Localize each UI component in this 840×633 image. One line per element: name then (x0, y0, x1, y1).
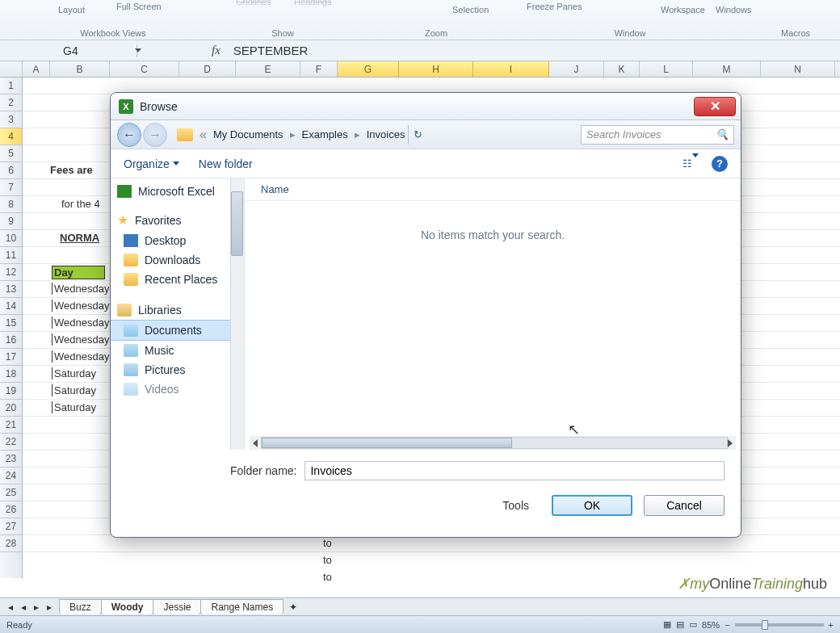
row-header-18[interactable]: 18 (0, 366, 22, 383)
refresh-icon[interactable]: ↻ (408, 125, 427, 145)
col-header-N[interactable]: N (761, 61, 835, 77)
col-header-I[interactable]: I (473, 61, 549, 77)
back-button[interactable]: ← (117, 123, 141, 147)
view-break-icon[interactable]: ▭ (689, 619, 697, 630)
fx-icon[interactable]: fx (212, 44, 220, 57)
sidebar-scrollbar[interactable] (230, 178, 244, 450)
row-header-7[interactable]: 7 (0, 179, 22, 196)
h-scrollbar[interactable] (250, 436, 736, 450)
col-header-H[interactable]: H (399, 61, 473, 77)
cancel-button[interactable]: Cancel (644, 495, 724, 516)
row-header-1[interactable]: 1 (0, 78, 22, 94)
ribbon-freeze[interactable]: Freeze Panes (527, 2, 582, 11)
folder-name-input[interactable] (304, 461, 724, 480)
row-header-12[interactable]: 12 (0, 264, 22, 281)
sheet-tab-woody[interactable]: Woody (101, 599, 154, 614)
col-header-K[interactable]: K (604, 61, 640, 77)
ribbon-layout[interactable]: Layout (58, 5, 85, 15)
row-header-2[interactable]: 2 (0, 94, 22, 111)
sidebar-item-videos[interactable]: Videos (111, 379, 244, 399)
help-icon[interactable]: ? (712, 156, 728, 172)
row-header-21[interactable]: 21 (0, 417, 22, 434)
row-header-16[interactable]: 16 (0, 332, 22, 349)
zoom-out-icon[interactable]: − (724, 620, 729, 630)
col-header-J[interactable]: J (549, 61, 604, 77)
row-header-24[interactable]: 24 (0, 467, 22, 484)
dialog-file-list[interactable]: Name No items match your search. ↖ (245, 178, 741, 450)
ribbon-selection[interactable]: Selection (452, 5, 489, 15)
zoom-percent[interactable]: 85% (702, 620, 720, 630)
breadcrumb[interactable]: « My Documents▸ Examples▸ Invoices (177, 128, 405, 142)
row-header-4[interactable]: 4 (0, 128, 22, 145)
col-header-B[interactable]: B (50, 61, 110, 77)
row-header-6[interactable]: 6 (0, 162, 22, 179)
col-header-G[interactable]: G (338, 61, 399, 77)
col-header-L[interactable]: L (640, 61, 693, 77)
row-header-3[interactable]: 3 (0, 111, 22, 128)
row-header-5[interactable]: 5 (0, 145, 22, 162)
formula-value[interactable]: SEPTEMBER (233, 44, 309, 57)
chevron-down-icon[interactable] (135, 48, 141, 52)
sidebar-item-downloads[interactable]: Downloads (111, 250, 244, 270)
zoom-slider[interactable] (735, 623, 824, 627)
row-header-27[interactable]: 27 (0, 518, 22, 535)
row-header-26[interactable]: 26 (0, 501, 22, 518)
crumb-root[interactable]: My Documents (213, 128, 284, 140)
dialog-title-bar[interactable]: X Browse ✕ (111, 93, 741, 120)
column-name[interactable]: Name (261, 183, 289, 195)
row-header-15[interactable]: 15 (0, 315, 22, 332)
close-button[interactable]: ✕ (694, 97, 736, 116)
col-header-M[interactable]: M (693, 61, 761, 77)
crumb-examples[interactable]: Examples (302, 128, 348, 140)
col-header-F[interactable]: F (300, 61, 338, 77)
row-header-23[interactable]: 23 (0, 451, 22, 467)
col-header-C[interactable]: C (110, 61, 179, 77)
name-box[interactable]: G4 (0, 44, 137, 57)
row-header-19[interactable]: 19 (0, 383, 22, 400)
zoom-in-icon[interactable]: + (829, 620, 834, 630)
select-all-corner[interactable] (0, 61, 23, 77)
sidebar-item-excel[interactable]: Microsoft Excel (111, 182, 244, 201)
ribbon-windows[interactable]: Windows (716, 5, 752, 15)
view-options-icon[interactable]: ☷ (682, 157, 699, 170)
row-header-20[interactable]: 20 (0, 400, 22, 417)
sidebar-item-documents[interactable]: Documents (111, 320, 244, 341)
row-header-28[interactable]: 28 (0, 535, 22, 552)
ok-button[interactable]: OK (552, 495, 632, 516)
row-header-17[interactable]: 17 (0, 349, 22, 366)
sheet-tab-buzz[interactable]: Buzz (59, 599, 102, 614)
row-header-13[interactable]: 13 (0, 281, 22, 298)
view-normal-icon[interactable]: ▦ (663, 619, 671, 630)
crumb-invoices[interactable]: Invoices (367, 128, 405, 140)
sheet-tab-jessie[interactable]: Jessie (153, 599, 201, 614)
row-header-8[interactable]: 8 (0, 196, 22, 213)
sidebar-favorites[interactable]: ★Favorites (111, 209, 244, 231)
sidebar-libraries[interactable]: Libraries (111, 300, 244, 320)
view-layout-icon[interactable]: ▤ (676, 619, 684, 630)
row-header-25[interactable]: 25 (0, 484, 22, 501)
row-header-9[interactable]: 9 (0, 213, 22, 230)
col-header-D[interactable]: D (179, 61, 236, 77)
ribbon-fullscreen[interactable]: Full Screen (116, 2, 162, 11)
forward-button[interactable]: → (143, 123, 167, 147)
ribbon-gridlines[interactable]: Gridlines (236, 0, 271, 6)
row-header-11[interactable]: 11 (0, 247, 22, 264)
row-header-14[interactable]: 14 (0, 298, 22, 315)
new-folder-button[interactable]: New folder (199, 157, 253, 170)
new-sheet-icon[interactable]: ✦ (284, 602, 303, 613)
sidebar-item-music[interactable]: Music (111, 341, 244, 360)
sidebar-item-desktop[interactable]: Desktop (111, 231, 244, 250)
sidebar-item-pictures[interactable]: Pictures (111, 360, 244, 379)
row-header-10[interactable]: 10 (0, 230, 22, 247)
tools-dropdown[interactable]: Tools (502, 499, 534, 512)
sheet-tab-range-names[interactable]: Range Names (200, 599, 284, 614)
search-input[interactable]: Search Invoices 🔍 (581, 125, 734, 145)
row-header-22[interactable]: 22 (0, 434, 22, 451)
organize-button[interactable]: Organize (124, 157, 179, 170)
ribbon-workspace[interactable]: Workspace (661, 5, 705, 15)
col-header-E[interactable]: E (236, 61, 300, 77)
col-header-A[interactable]: A (23, 61, 50, 77)
ribbon-headings[interactable]: Headings (294, 0, 331, 6)
sidebar-item-recent[interactable]: Recent Places (111, 270, 244, 289)
tab-nav[interactable]: ◂◂▸▸ (0, 602, 60, 613)
